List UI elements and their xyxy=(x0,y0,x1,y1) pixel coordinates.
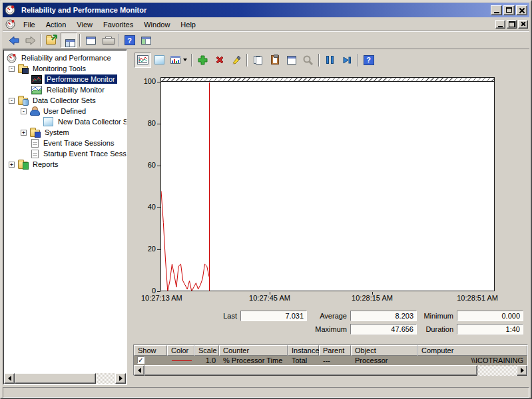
delete-counter-button[interactable] xyxy=(211,53,228,68)
menu-favorites[interactable]: Favorites xyxy=(98,19,138,31)
table-horizontal-scrollbar[interactable] xyxy=(134,365,527,376)
perfmon-gauge-icon xyxy=(5,5,15,15)
maximize-icon xyxy=(506,7,512,13)
counter-instance: Total xyxy=(288,356,319,365)
performance-monitor-pane: ? 100 80 60 40 20 0 10:27:13 AM 10:27:45… xyxy=(132,49,531,385)
console-toolbar: ? xyxy=(3,32,529,49)
freeze-display-button[interactable] xyxy=(322,53,338,68)
child-window-gauge-icon[interactable] xyxy=(5,19,15,29)
properties-button[interactable] xyxy=(283,53,300,68)
menu-action[interactable]: Action xyxy=(41,19,72,31)
tree-item-reliability-and-performance[interactable]: Reliability and Performance xyxy=(5,53,125,63)
menu-view[interactable]: View xyxy=(71,19,98,31)
tree-item-label: Startup Event Trace Sess xyxy=(41,149,127,158)
menu-bar: File Action View Favorites Window Help xyxy=(3,17,529,32)
current-time-cursor xyxy=(209,82,210,291)
toolbar-separator xyxy=(191,54,192,66)
collapse-expander-icon[interactable]: - xyxy=(9,66,15,72)
column-header-instance[interactable]: Instance xyxy=(288,345,319,356)
child-minimize-button[interactable] xyxy=(495,20,505,29)
magnifier-icon xyxy=(303,55,313,65)
tree-horizontal-scrollbar[interactable] xyxy=(4,373,126,384)
scroll-right-button[interactable] xyxy=(517,365,527,376)
highlight-button[interactable] xyxy=(228,53,244,68)
scroll-right-button[interactable] xyxy=(115,373,126,384)
column-header-scale[interactable]: Scale xyxy=(194,345,219,356)
last-label: Last xyxy=(204,311,237,321)
counter-row[interactable]: ✓ 1.0 % Processor Time Total --- Process… xyxy=(134,356,527,365)
expand-expander-icon[interactable]: + xyxy=(21,130,27,136)
show-checkbox[interactable]: ✓ xyxy=(137,356,144,364)
tree-item-reliability-monitor[interactable]: Reliability Monitor xyxy=(5,84,125,95)
performance-graph[interactable] xyxy=(160,77,495,291)
histogram-icon xyxy=(170,56,180,64)
counter-computer: \\ICOTRAINING xyxy=(417,356,526,365)
column-header-parent[interactable]: Parent xyxy=(319,345,351,356)
column-header-counter[interactable]: Counter xyxy=(219,345,288,356)
perfmon-help-button[interactable]: ? xyxy=(360,53,377,68)
performance-chart-icon xyxy=(31,75,42,84)
add-counter-button[interactable] xyxy=(194,53,211,68)
minimize-button[interactable] xyxy=(491,5,502,15)
child-restore-button[interactable] xyxy=(507,20,517,29)
scrollbar-thumb[interactable] xyxy=(144,365,477,376)
menu-window[interactable]: Window xyxy=(138,19,175,31)
tree-item-event-trace-sessions[interactable]: Event Trace Sessions xyxy=(5,138,125,148)
column-header-show[interactable]: Show xyxy=(134,345,167,356)
counter-parent: --- xyxy=(319,356,351,365)
title-bar[interactable]: Reliability and Performance Monitor xyxy=(3,3,529,17)
column-header-computer[interactable]: Computer xyxy=(417,345,527,356)
tree-item-system[interactable]: + System xyxy=(5,127,125,138)
tree-item-startup-event-trace-sessions[interactable]: Startup Event Trace Sess xyxy=(5,148,125,159)
system-folder-icon xyxy=(30,130,40,137)
copy-properties-button[interactable] xyxy=(250,53,266,68)
paste-counter-list-button[interactable] xyxy=(266,53,283,68)
zoom-button[interactable] xyxy=(300,53,316,68)
tree-item-user-defined[interactable]: - User Defined xyxy=(5,106,125,116)
maximum-value: 47.656 xyxy=(350,324,417,334)
line-chart-icon xyxy=(137,55,148,65)
maximize-button[interactable] xyxy=(503,5,515,15)
tree-item-reports[interactable]: + Reports xyxy=(5,159,125,170)
console-tree-icon xyxy=(65,39,75,47)
change-graph-type-button[interactable] xyxy=(168,53,189,68)
column-header-color[interactable]: Color xyxy=(167,345,194,356)
view-current-activity-button[interactable] xyxy=(134,53,151,68)
maximum-label: Maximum xyxy=(310,324,347,334)
help-button[interactable]: ? xyxy=(121,33,138,48)
menu-help[interactable]: Help xyxy=(175,19,201,31)
scrollbar-thumb[interactable] xyxy=(15,373,96,384)
scroll-left-button[interactable] xyxy=(4,373,15,384)
tree-item-monitoring-tools[interactable]: - Monitoring Tools xyxy=(5,63,125,74)
close-button[interactable] xyxy=(516,5,527,15)
tree-item-label: Monitoring Tools xyxy=(31,64,88,73)
pane-splitter[interactable] xyxy=(127,49,132,385)
collapse-expander-icon[interactable]: - xyxy=(21,108,27,114)
scroll-right-icon xyxy=(521,368,524,373)
data-collector-cube-icon xyxy=(43,117,53,126)
show-action-pane-button[interactable] xyxy=(138,33,154,48)
menu-file[interactable]: File xyxy=(18,19,41,31)
view-log-data-button[interactable] xyxy=(151,53,168,68)
child-close-button[interactable] xyxy=(518,20,528,29)
up-one-level-button[interactable] xyxy=(44,33,61,48)
print-button[interactable] xyxy=(99,33,116,48)
show-console-tree-button[interactable] xyxy=(61,33,77,48)
tree-item-data-collector-sets[interactable]: - Data Collector Sets xyxy=(5,95,125,106)
paste-clipboard-icon xyxy=(271,55,279,65)
tree-item-performance-monitor[interactable]: Performance Monitor xyxy=(5,74,125,84)
y-axis-tick-label: 20 xyxy=(136,245,156,253)
scroll-left-button[interactable] xyxy=(134,365,144,376)
update-data-button[interactable] xyxy=(338,53,355,68)
collapse-expander-icon[interactable]: - xyxy=(9,98,15,104)
close-icon xyxy=(519,7,525,13)
forward-button[interactable] xyxy=(22,33,39,48)
tree-item-label: Performance Monitor xyxy=(45,74,117,84)
data-collector-sets-folder-icon xyxy=(18,98,28,105)
back-button[interactable] xyxy=(5,33,22,48)
console-tree-panel: Reliability and Performance - Monitoring… xyxy=(3,49,127,385)
list-view-button[interactable] xyxy=(83,33,99,48)
column-header-object[interactable]: Object xyxy=(351,345,417,356)
expand-expander-icon[interactable]: + xyxy=(9,162,15,168)
tree-item-new-data-collector-set[interactable]: New Data Collector Se xyxy=(5,116,125,127)
